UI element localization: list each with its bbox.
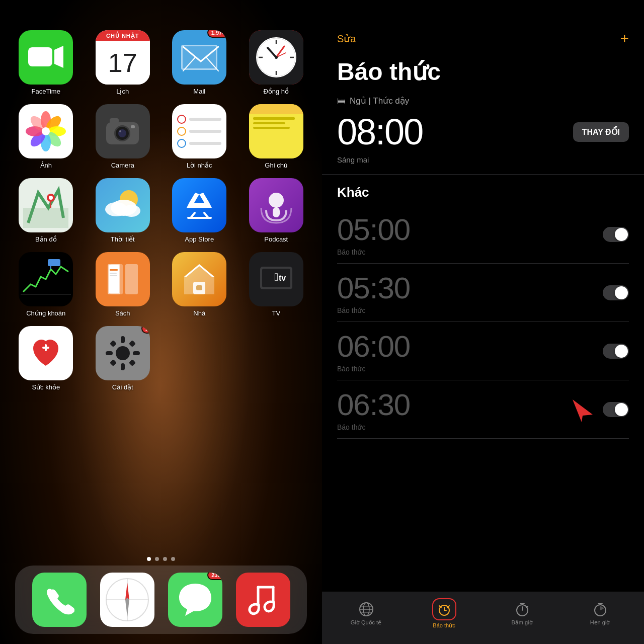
dock-safari[interactable]	[100, 573, 154, 627]
svg-line-3	[206, 57, 219, 71]
arrow-indicator	[568, 394, 598, 425]
app-label-home: Nhà	[193, 309, 205, 317]
svg-rect-0	[28, 47, 52, 66]
dock-messages[interactable]: 238	[168, 573, 222, 627]
bed-icon: 🛏	[337, 96, 346, 106]
svg-text:: 	[274, 271, 278, 283]
app-label-podcasts: Podcast	[264, 235, 288, 243]
app-home[interactable]: Nhà	[164, 252, 235, 317]
page-dot-4[interactable]	[171, 557, 175, 561]
svg-rect-71	[129, 359, 136, 366]
svg-rect-31	[23, 208, 68, 228]
toggle-0500[interactable]	[603, 227, 629, 242]
app-label-books: Sách	[115, 309, 130, 317]
alarm-item-0630[interactable]: 06:30 Báo thức	[337, 380, 629, 439]
app-clock[interactable]: Đồng hồ	[240, 30, 312, 95]
sleep-time: 08:00	[337, 111, 423, 152]
app-label-tv: TV	[272, 309, 280, 317]
app-stocks[interactable]: Chứng khoán	[10, 252, 82, 317]
svg-rect-68	[110, 340, 117, 347]
svg-rect-65	[121, 363, 125, 370]
svg-rect-70	[110, 359, 117, 366]
dock-music[interactable]	[236, 573, 290, 627]
svg-rect-64	[121, 336, 125, 343]
app-appstore[interactable]: App Store	[164, 178, 235, 243]
home-screen: FaceTime CHỦ NHẬT 17 Lịch	[0, 0, 322, 644]
app-label-weather: Thời tiết	[111, 235, 135, 243]
svg-text:tv: tv	[279, 274, 286, 282]
svg-rect-51	[110, 275, 117, 276]
svg-rect-45	[48, 259, 60, 266]
alarm-screen: Sửa + Báo thức 🛏 Ngủ | Thức dậy 08:00 TH…	[322, 0, 644, 644]
app-photos[interactable]: Ảnh	[10, 104, 82, 169]
tab-timer[interactable]: Hẹn giờ	[583, 601, 618, 626]
svg-point-27	[118, 129, 126, 137]
app-label-settings: Cài đặt	[112, 383, 133, 391]
page-dot-1[interactable]	[147, 557, 151, 561]
svg-rect-49	[110, 269, 118, 271]
selected-outline	[249, 30, 303, 85]
svg-point-63	[116, 346, 130, 360]
svg-rect-66	[106, 351, 113, 355]
page-dot-2[interactable]	[155, 557, 159, 561]
app-label-calendar: Lịch	[116, 88, 129, 95]
alarm-sub-0600: Báo thức	[337, 365, 410, 373]
tab-stopwatch[interactable]: Bấm giờ	[505, 601, 540, 626]
toggle-0600[interactable]	[603, 344, 629, 359]
page-dot-3[interactable]	[163, 557, 167, 561]
alarm-item-0530[interactable]: 05:30 Báo thức	[337, 264, 629, 322]
alarm-item-left: 06:00 Báo thức	[337, 329, 410, 373]
app-health[interactable]: Sức khỏe	[10, 326, 82, 391]
add-button[interactable]: +	[620, 30, 629, 47]
app-facetime[interactable]: FaceTime	[10, 30, 82, 95]
svg-point-22	[42, 127, 50, 135]
app-camera[interactable]: Camera	[87, 104, 159, 169]
app-label-photos: Ảnh	[40, 162, 52, 169]
toggle-0630[interactable]	[603, 402, 629, 417]
app-label-mail: Mail	[193, 88, 205, 95]
app-tv[interactable]:  tv TV	[240, 252, 312, 317]
page-dots	[147, 557, 175, 561]
sleep-subtitle: Sáng mai	[337, 155, 629, 164]
alarm-item-left: 06:30 Báo thức	[337, 387, 410, 431]
alarm-sub-0630: Báo thức	[337, 423, 410, 431]
other-section: Khác 05:00 Báo thức 05:30 Báo thức 0	[322, 175, 644, 439]
app-settings[interactable]: 1 Cài đặt	[87, 326, 159, 391]
svg-rect-67	[133, 351, 140, 355]
alarm-title: Báo thức	[322, 52, 644, 96]
alarm-item-0500[interactable]: 05:00 Báo thức	[337, 205, 629, 264]
app-label-stocks: Chứng khoán	[26, 309, 65, 317]
edit-button[interactable]: Sửa	[337, 33, 356, 45]
svg-point-33	[49, 196, 53, 200]
settings-badge: 1	[141, 326, 150, 334]
alarm-header: Sửa +	[322, 0, 644, 52]
tab-world-clock[interactable]: Giờ Quốc tế	[349, 601, 384, 626]
toggle-0530[interactable]	[603, 285, 629, 300]
change-button[interactable]: THAY ĐỔI	[573, 122, 629, 142]
svg-rect-69	[129, 340, 136, 347]
svg-rect-50	[110, 273, 117, 274]
toggle-knob-0630	[615, 403, 628, 416]
calendar-day-name: CHỦ NHẬT	[96, 30, 150, 41]
app-calendar[interactable]: CHỦ NHẬT 17 Lịch	[87, 30, 159, 95]
app-podcasts[interactable]: Podcast	[240, 178, 312, 243]
dock-phone[interactable]	[32, 573, 87, 627]
app-maps[interactable]: Bản đồ	[10, 178, 82, 243]
app-mail[interactable]: 1.974 Mail	[164, 30, 235, 95]
app-label-reminders: Lời nhắc	[187, 162, 212, 169]
app-reminders[interactable]: Lời nhắc	[164, 104, 235, 169]
app-weather[interactable]: Thời tiết	[87, 178, 159, 243]
alarm-sub-0500: Báo thức	[337, 248, 410, 256]
alarm-sub-0530: Báo thức	[337, 306, 410, 314]
alarm-item-left: 05:30 Báo thức	[337, 271, 410, 314]
app-books[interactable]: Sách	[87, 252, 159, 317]
alarm-item-0600[interactable]: 06:00 Báo thức	[337, 322, 629, 380]
alarm-time-0630: 06:30	[337, 387, 410, 422]
sleep-time-row: 08:00 THAY ĐỔI	[337, 111, 629, 152]
tab-label-world-clock: Giờ Quốc tế	[351, 619, 381, 626]
tab-alarm[interactable]: Báo thức	[427, 598, 462, 629]
app-notes[interactable]: Ghi chú	[240, 104, 312, 169]
app-label-appstore: App Store	[185, 235, 214, 243]
tab-alarm-box	[432, 598, 456, 620]
app-label-camera: Camera	[111, 162, 134, 169]
